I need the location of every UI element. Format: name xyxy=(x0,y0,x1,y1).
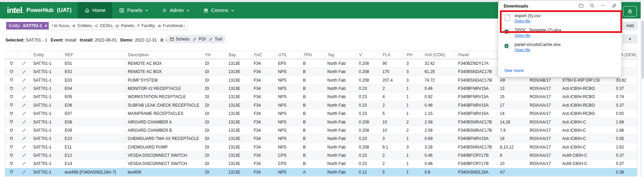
open-file-link[interactable]: Open file xyxy=(515,19,530,23)
edit-pencil-icon[interactable] xyxy=(17,151,30,159)
table-cell: 1 xyxy=(404,93,422,101)
scrollbar-thumb[interactable] xyxy=(642,21,644,79)
edit-pencil-icon[interactable] xyxy=(17,59,30,67)
table-row[interactable]: SAT701-1E04MONITOR #2 RECEPTACLEDI1313EF… xyxy=(5,84,637,93)
column-header[interactable]: Panel xyxy=(455,51,497,59)
edit-pencil-icon[interactable] xyxy=(17,68,30,75)
plug-icon[interactable] xyxy=(5,84,17,92)
edit-pencil-icon[interactable] xyxy=(17,160,30,167)
table-cell: 1313E xyxy=(226,68,251,75)
table-cell: F34 xyxy=(251,134,275,142)
table-row[interactable]: SAT701-1E14VESDA DISCONNECT SWITCHDI1313… xyxy=(5,160,637,168)
column-header[interactable]: FA xyxy=(202,51,226,59)
table-row[interactable]: SAT701-1E09AIRGARD CHAMBER BDI1313EF34NP… xyxy=(5,126,637,134)
table-cell: SAT701-1 xyxy=(30,93,62,101)
column-header[interactable]: FLA xyxy=(380,51,404,59)
table-row[interactable]: SAT701-1E11CHEMGUARD PUMPDI1313EF34NPSBN… xyxy=(5,143,637,151)
download-item[interactable]: X TPOC_Template (2).xlsx Open file xyxy=(504,27,617,40)
search-input[interactable] xyxy=(49,21,188,30)
nav-item-panels[interactable]: Panels xyxy=(112,2,155,19)
column-filter-dropdown[interactable]: ▼ xyxy=(622,34,637,44)
table-cell: 4 xyxy=(380,93,404,101)
column-header[interactable]: Description xyxy=(125,51,202,59)
edit-pencil-icon[interactable] xyxy=(17,134,30,142)
edit-pencil-icon[interactable] xyxy=(17,126,30,134)
edit-pencil-icon[interactable] xyxy=(17,93,30,101)
grid-icon xyxy=(119,8,124,13)
plug-icon[interactable] xyxy=(5,160,17,167)
plug-icon[interactable] xyxy=(5,109,17,117)
column-header[interactable] xyxy=(17,51,30,59)
table-row[interactable]: SAT701-1E10CHEMGUARD TMA XX RECEPTACLEDI… xyxy=(5,134,637,143)
table-cell: ROX/AA/17 xyxy=(527,109,559,117)
nav-item-comms[interactable]: Comms xyxy=(197,2,241,19)
entity-filter-chip[interactable]: Entity: SAT701-1 ✕ xyxy=(6,22,50,30)
edit-pencil-icon[interactable] xyxy=(17,118,30,126)
plug-icon[interactable] xyxy=(5,76,17,84)
table-cell: F34 xyxy=(251,84,275,92)
plug-icon[interactable] xyxy=(5,143,17,151)
edit-pencil-icon[interactable] xyxy=(17,76,30,84)
table-cell: NPS xyxy=(275,168,300,176)
column-header[interactable]: Bay xyxy=(226,51,251,59)
open-file-link[interactable]: Open file xyxy=(515,33,530,37)
column-header[interactable]: TRN xyxy=(300,51,325,59)
plug-icon[interactable] xyxy=(5,151,17,159)
circuits-table-body: SAT701-1E01REMOTE AC BOXDI1313EF34EPSBNo… xyxy=(5,59,637,176)
table-cell: 0.23 xyxy=(356,160,380,167)
column-header[interactable]: V xyxy=(356,51,380,59)
table-row[interactable]: SAT701-1test456 {F340ASNDL16A-7}test456D… xyxy=(5,168,637,176)
edit-pencil-icon[interactable] xyxy=(17,143,30,151)
column-header[interactable]: FAC xyxy=(251,51,275,59)
table-row[interactable]: SAT701-1E05WORKSTATION RECEPTACLEDI1313E… xyxy=(5,93,637,101)
column-header[interactable]: kVA (CON) xyxy=(422,51,455,59)
search-icon[interactable] xyxy=(590,3,595,8)
table-cell: 1 xyxy=(404,101,422,109)
download-item[interactable]: export (5).csv Open file xyxy=(504,13,617,26)
table-row[interactable]: SAT701-1E07MAINFRAME RECEPTACLESDI1313EF… xyxy=(5,109,637,118)
tool-button[interactable]: Tool xyxy=(205,35,226,43)
column-header[interactable] xyxy=(5,51,17,59)
table-cell: 1313E xyxy=(226,109,251,117)
open-file-link[interactable]: Open file xyxy=(515,48,530,52)
debug-bug-button[interactable] xyxy=(623,6,637,16)
nav-item-home[interactable]: Home xyxy=(78,2,113,19)
table-cell: REMOTE AC BOX xyxy=(125,68,202,75)
table-row[interactable]: SAT701-1E12VESDA DISCONNECT SWITCHDI1313… xyxy=(5,151,637,160)
vertical-scrollbar[interactable] xyxy=(641,0,644,177)
column-header[interactable]: PH xyxy=(404,51,422,59)
plug-icon[interactable] xyxy=(5,134,17,142)
download-item[interactable]: X panel-circuitsCache.xlsx Open file xyxy=(504,42,617,55)
see-more-link[interactable]: See more xyxy=(504,68,523,73)
column-header[interactable]: Entity xyxy=(30,51,62,59)
plug-icon[interactable] xyxy=(5,168,17,176)
plug-icon[interactable] xyxy=(5,118,17,126)
table-row[interactable]: SAT701-1E03PUMP SYSTEMDI1313EF34NPSBNort… xyxy=(5,76,637,84)
table-cell: 3 xyxy=(380,134,404,142)
more-options-icon[interactable] xyxy=(601,3,606,8)
plug-icon[interactable] xyxy=(5,68,17,75)
plug-icon[interactable] xyxy=(5,93,17,101)
edit-pencil-icon[interactable] xyxy=(17,109,30,117)
table-row[interactable]: SAT701-1E08AIRGARD CHAMBER ADI1313EF34NP… xyxy=(5,118,637,126)
table-cell: 0.92 xyxy=(422,93,455,101)
edit-pencil-icon[interactable] xyxy=(17,101,30,109)
edit-pencil-icon[interactable] xyxy=(17,168,30,176)
edit-pencil-icon[interactable] xyxy=(17,84,30,92)
plug-icon[interactable] xyxy=(5,101,17,109)
chip-close-icon[interactable]: ✕ xyxy=(44,23,48,28)
add-button[interactable]: Add xyxy=(622,21,637,30)
column-header[interactable]: Tag xyxy=(325,51,356,59)
column-header[interactable]: REF xyxy=(62,51,125,59)
plug-icon[interactable] xyxy=(5,126,17,134)
plug-icon[interactable] xyxy=(5,59,17,67)
table-row[interactable]: SAT701-1E06SUBFAB LEAK CHECK RECEPTACLED… xyxy=(5,101,637,109)
table-cell: ROX/AB/17 xyxy=(527,76,559,84)
table-cell: 8,10,12 xyxy=(497,143,527,151)
pin-icon[interactable] xyxy=(611,3,617,8)
folder-icon[interactable] xyxy=(579,3,584,8)
nav-item-admin[interactable]: Admin xyxy=(155,2,197,19)
table-cell: North Fab xyxy=(325,101,356,109)
column-header[interactable]: UTIL xyxy=(275,51,300,59)
table-cell: 1313E xyxy=(226,134,251,142)
